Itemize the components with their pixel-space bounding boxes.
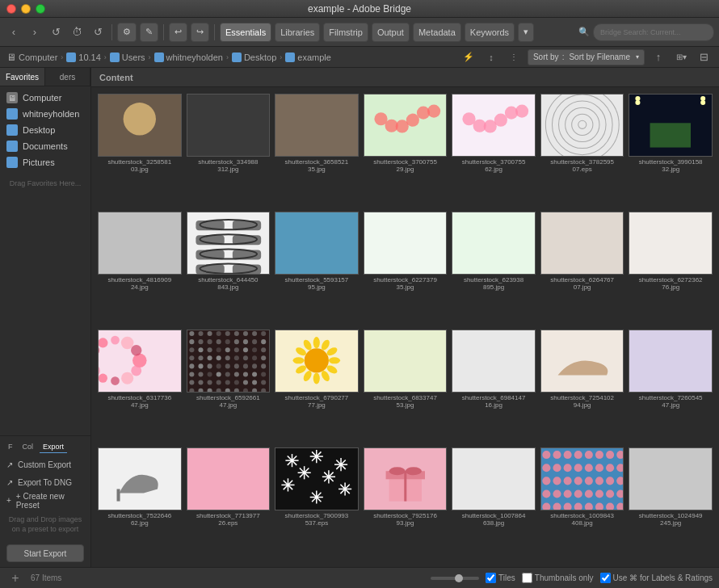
list-item[interactable]: shutterstock_3700755 29.jpg — [364, 94, 448, 207]
sidebar-item-computer[interactable]: 🖥 Computer — [0, 90, 90, 106]
breadcrumb-folder-1[interactable]: 10.14 — [66, 52, 101, 62]
more-tabs-button[interactable]: ▾ — [518, 23, 534, 42]
sidebar-item-pictures[interactable]: Pictures — [0, 154, 90, 170]
list-item[interactable]: shutterstock_6264767 07.jpg — [540, 212, 624, 325]
redo-button[interactable]: ↪ — [191, 23, 209, 42]
list-item[interactable]: shutterstock_6592661 47.jpg — [187, 330, 271, 443]
svg-point-100 — [243, 363, 248, 368]
libraries-tab[interactable]: Libraries — [275, 23, 320, 42]
thumbnail-image — [98, 94, 182, 157]
svg-point-68 — [207, 363, 212, 368]
start-export-button[interactable]: Start Export — [6, 544, 84, 562]
list-item[interactable]: shutterstock_1024949 245.jpg — [629, 447, 713, 561]
list-item[interactable]: shutterstock_7254102 94.jpg — [540, 330, 624, 443]
list-item[interactable]: shutterstock_1009843 408.jpg — [540, 447, 624, 561]
maximize-button[interactable] — [36, 4, 45, 14]
export-menu-custom[interactable]: ↗ Custom Export — [0, 456, 90, 474]
sidebar-item-documents[interactable]: Documents — [0, 138, 90, 154]
refresh-button[interactable]: ↺ — [89, 23, 107, 41]
filmstrip-tab[interactable]: Filmstrip — [323, 23, 368, 42]
view-options-button[interactable]: ⋮ — [505, 48, 523, 66]
export-tab-export[interactable]: Export — [40, 441, 67, 453]
export-tab-col[interactable]: Col — [19, 441, 37, 453]
history-back-button[interactable]: ↺ — [47, 23, 65, 41]
breadcrumb-arrow-1: › — [61, 53, 63, 61]
svg-point-146 — [291, 459, 294, 462]
breadcrumb-folder-4[interactable]: Desktop — [232, 52, 276, 62]
zoom-slider-thumb[interactable] — [455, 574, 463, 582]
list-item[interactable]: shutterstock_6833747 53.jpg — [364, 330, 448, 443]
camera-raw-button[interactable]: ⚙ — [117, 23, 137, 42]
list-item[interactable]: shutterstock_4816909 24.jpg — [98, 212, 182, 325]
history-icon[interactable]: ⏱ — [68, 23, 86, 41]
breadcrumb-folder-3[interactable]: whitneyholden — [154, 52, 223, 62]
export-tab-f[interactable]: F — [5, 441, 16, 453]
thumbnails-only-checkbox[interactable] — [522, 573, 532, 583]
nav-forward-button[interactable]: › — [26, 23, 44, 41]
list-item[interactable]: shutterstock_3782595 07.eps — [540, 94, 624, 207]
list-item[interactable]: shutterstock_1007864 638.jpg — [452, 447, 536, 561]
list-item[interactable]: shutterstock_7900993 537.eps — [275, 447, 359, 561]
list-item[interactable]: shutterstock_3990158 32.jpg — [629, 94, 713, 207]
export-menu-new-preset[interactable]: + + Create new Preset — [0, 492, 90, 510]
labels-ratings-checkbox[interactable] — [600, 573, 611, 583]
minimize-button[interactable] — [21, 4, 31, 14]
sidebar-item-desktop[interactable]: Desktop — [0, 122, 90, 138]
sidebar-tab-favorites[interactable]: Favorites — [0, 68, 45, 86]
list-item[interactable]: shutterstock_3700755 62.jpg — [452, 94, 536, 207]
list-item[interactable]: shutterstock_6227379 35.jpg — [364, 212, 448, 325]
export-menu-dng[interactable]: ↗ Export To DNG — [0, 474, 90, 492]
list-item[interactable]: shutterstock_7925176 93.jpg — [364, 447, 448, 561]
thumbnail-image — [364, 212, 448, 275]
nav-back-button[interactable]: ‹ — [5, 23, 23, 41]
svg-point-202 — [574, 451, 582, 459]
filter-button[interactable]: ⚡ — [460, 48, 477, 66]
list-item[interactable]: shutterstock_7713977 26.eps — [187, 447, 271, 561]
list-item[interactable]: shutterstock_3658521 35.jpg — [275, 94, 359, 207]
list-item[interactable]: shutterstock_7260545 47.jpg — [629, 330, 713, 443]
keywords-tab[interactable]: Keywords — [465, 23, 515, 42]
edit-button[interactable]: ✎ — [140, 23, 158, 42]
svg-point-36 — [132, 354, 147, 368]
search-box[interactable]: Bridge Search: Current... — [593, 23, 714, 41]
list-item[interactable]: shutterstock_6317736 47.jpg — [98, 330, 182, 443]
list-item[interactable]: shutterstock_334988 312.jpg — [187, 94, 271, 207]
undo-button[interactable]: ↩ — [169, 23, 187, 42]
thumbnails-only-checkbox-label[interactable]: Thumbnails only — [522, 573, 594, 583]
svg-point-111 — [252, 388, 257, 392]
breadcrumb-folder-5[interactable]: example — [285, 52, 331, 62]
list-item[interactable]: shutterstock_644450 843.jpg — [187, 212, 271, 325]
list-item[interactable]: shutterstock_3258581 03.jpg — [98, 94, 182, 207]
list-item[interactable]: shutterstock_623938 895.jpg — [452, 212, 536, 325]
svg-point-226 — [616, 503, 623, 510]
add-item-button[interactable]: + — [6, 569, 24, 587]
list-item[interactable]: shutterstock_7522646 62.jpg — [98, 447, 182, 561]
output-tab[interactable]: Output — [372, 23, 410, 42]
sort-icon[interactable]: ↕ — [482, 48, 500, 66]
thumbnail-grid[interactable]: shutterstock_3258581 03.jpgshutterstock_… — [91, 87, 719, 567]
content-header: Content — [91, 68, 719, 87]
list-item[interactable]: shutterstock_5593157 95.jpg — [275, 212, 359, 325]
metadata-tab[interactable]: Metadata — [413, 23, 461, 42]
close-button[interactable] — [6, 4, 16, 14]
svg-point-138 — [313, 337, 320, 348]
zoom-slider[interactable] — [431, 577, 479, 580]
tiles-checkbox[interactable] — [486, 573, 496, 583]
svg-point-48 — [189, 331, 194, 336]
sidebar-tab-ders[interactable]: ders — [45, 68, 90, 86]
tiles-checkbox-label[interactable]: Tiles — [486, 573, 515, 583]
essentials-tab[interactable]: Essentials — [220, 23, 271, 42]
list-item[interactable]: shutterstock_6984147 16.jpg — [452, 330, 536, 443]
svg-point-210 — [585, 489, 593, 498]
list-item[interactable]: shutterstock_6790277 77.jpg — [275, 330, 359, 443]
list-item[interactable]: shutterstock_6272362 76.jpg — [629, 212, 713, 325]
sort-dropdown[interactable]: Sort by: Sort by Filename ▾ — [528, 49, 645, 65]
labels-ratings-checkbox-label[interactable]: Use ⌘ for Labels & Ratings — [600, 573, 713, 583]
sidebar-item-whitneyholden[interactable]: whitneyholden — [0, 106, 90, 122]
view-menu-button[interactable]: ⊞▾ — [672, 48, 690, 66]
breadcrumb-computer[interactable]: 🖥 Computer — [6, 52, 57, 63]
svg-point-73 — [216, 339, 221, 344]
breadcrumb-folder-2[interactable]: Users — [110, 52, 145, 62]
sort-direction-button[interactable]: ↑ — [650, 48, 667, 66]
grid-view-button[interactable]: ⊟ — [695, 48, 713, 66]
